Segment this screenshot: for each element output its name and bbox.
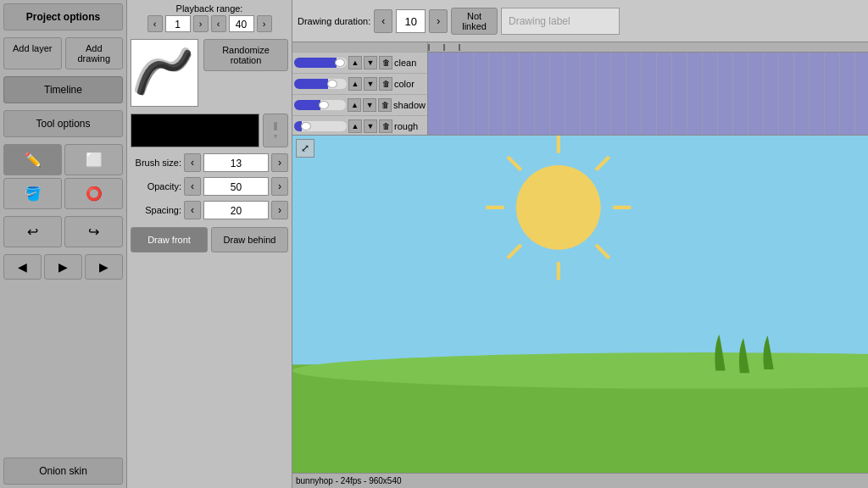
frame-cell[interactable] [657, 74, 672, 95]
frame-cell[interactable] [443, 74, 459, 95]
frame-cell[interactable] [626, 116, 642, 135]
draw-behind-button[interactable]: Draw behind [211, 227, 288, 252]
eyedropper-button[interactable] [263, 114, 288, 147]
frame-cell[interactable] [672, 95, 687, 116]
frame-cell[interactable] [489, 116, 504, 135]
project-options-button[interactable]: Project options [3, 3, 123, 30]
frame-cell[interactable] [733, 53, 748, 74]
frame-cell[interactable] [581, 95, 596, 116]
brush-tool-button[interactable]: ✏️ [3, 144, 62, 175]
redo-button[interactable]: ↪ [64, 216, 123, 247]
frame-cell[interactable] [443, 53, 459, 74]
frame-cell[interactable] [703, 95, 718, 116]
frame-cell[interactable] [474, 95, 489, 116]
range-end-left-btn[interactable]: ‹ [211, 15, 226, 32]
frame-cell[interactable] [504, 74, 520, 95]
frame-cell[interactable] [840, 116, 855, 135]
frame-cell[interactable] [428, 74, 443, 95]
frame-cell[interactable] [825, 116, 840, 135]
opacity-increase-btn[interactable]: › [271, 177, 288, 196]
frame-cell[interactable] [642, 74, 657, 95]
frame-cell[interactable] [520, 53, 535, 74]
frame-cell[interactable] [550, 95, 565, 116]
eraser-tool-button[interactable]: ⬜ [64, 144, 123, 175]
canvas-area[interactable]: Frame: 31/40 ⤢ [292, 136, 868, 473]
frame-cell[interactable] [687, 95, 703, 116]
frame-cell[interactable] [459, 95, 474, 116]
frame-cell[interactable] [504, 95, 520, 116]
layer-shadow-down[interactable]: ▼ [363, 98, 376, 112]
add-drawing-button[interactable]: Add drawing [65, 37, 124, 69]
frame-cell[interactable] [642, 53, 657, 74]
frame-cell[interactable] [611, 53, 626, 74]
frame-cell[interactable] [535, 53, 550, 74]
frame-cell[interactable] [581, 74, 596, 95]
range-start-right-btn[interactable]: › [193, 15, 209, 32]
flip-left-button[interactable]: ◀ [3, 254, 42, 280]
onion-skin-button[interactable]: Onion skin [3, 458, 123, 485]
frame-cell[interactable] [459, 116, 474, 135]
frame-cell[interactable] [825, 95, 840, 116]
frame-cell[interactable] [733, 95, 748, 116]
frame-cell[interactable] [779, 74, 794, 95]
frame-cell[interactable] [489, 95, 504, 116]
frame-cell[interactable] [611, 116, 626, 135]
frame-cell[interactable] [794, 53, 810, 74]
frame-cell[interactable] [733, 116, 748, 135]
layer-rough-delete[interactable]: 🗑 [379, 119, 392, 133]
frame-cell[interactable] [748, 116, 764, 135]
frame-cell[interactable] [459, 53, 474, 74]
frame-cell[interactable] [489, 53, 504, 74]
frame-cell[interactable] [794, 95, 810, 116]
frame-cell[interactable] [810, 74, 825, 95]
frame-cell[interactable] [565, 116, 581, 135]
frame-cell[interactable] [840, 74, 855, 95]
frame-cell[interactable] [474, 116, 489, 135]
frame-cell[interactable] [642, 116, 657, 135]
brush-size-increase-btn[interactable]: › [271, 153, 288, 172]
frame-cell[interactable] [703, 116, 718, 135]
frame-cell[interactable] [657, 53, 672, 74]
timeline-button[interactable]: Timeline [3, 76, 123, 103]
flip-right-button[interactable]: ▶ [85, 254, 123, 280]
frame-cell[interactable] [718, 116, 733, 135]
layer-color-delete[interactable]: 🗑 [379, 77, 392, 91]
frame-cell[interactable] [581, 116, 596, 135]
frame-cell[interactable] [748, 74, 764, 95]
frame-cell[interactable] [840, 95, 855, 116]
frame-cell[interactable] [474, 53, 489, 74]
frame-cell[interactable] [520, 74, 535, 95]
frame-cell[interactable] [596, 95, 611, 116]
range-start-left-btn[interactable]: ‹ [147, 15, 163, 32]
spacing-decrease-btn[interactable]: ‹ [184, 201, 201, 219]
expand-button[interactable]: ⤢ [296, 139, 314, 158]
frame-cell[interactable] [504, 53, 520, 74]
frame-cell[interactable] [687, 74, 703, 95]
frame-cell[interactable] [703, 53, 718, 74]
frame-cell[interactable] [428, 95, 443, 116]
frame-cell[interactable] [581, 53, 596, 74]
layer-rough-up[interactable]: ▲ [348, 119, 362, 133]
frame-cell[interactable] [748, 53, 764, 74]
frame-cell[interactable] [596, 74, 611, 95]
frame-cell[interactable] [764, 116, 779, 135]
fill-tool-button[interactable]: 🪣 [3, 178, 62, 209]
spacing-increase-btn[interactable]: › [271, 201, 288, 219]
frame-cell[interactable] [443, 95, 459, 116]
layer-color-up[interactable]: ▲ [348, 77, 362, 91]
frame-cell[interactable] [810, 95, 825, 116]
frame-cell[interactable] [565, 74, 581, 95]
frame-cell[interactable] [718, 95, 733, 116]
duration-increase-btn[interactable]: › [429, 9, 448, 33]
layer-rough-down[interactable]: ▼ [364, 119, 377, 133]
frame-cell[interactable] [535, 116, 550, 135]
color-preview[interactable] [131, 114, 259, 147]
frame-cell[interactable] [550, 116, 565, 135]
frame-cell[interactable] [687, 116, 703, 135]
frame-cell[interactable] [733, 74, 748, 95]
frame-cell[interactable] [687, 53, 703, 74]
frame-cell[interactable] [855, 95, 868, 116]
frame-cell[interactable] [626, 95, 642, 116]
frame-cell[interactable] [672, 53, 687, 74]
frame-cell[interactable] [825, 74, 840, 95]
